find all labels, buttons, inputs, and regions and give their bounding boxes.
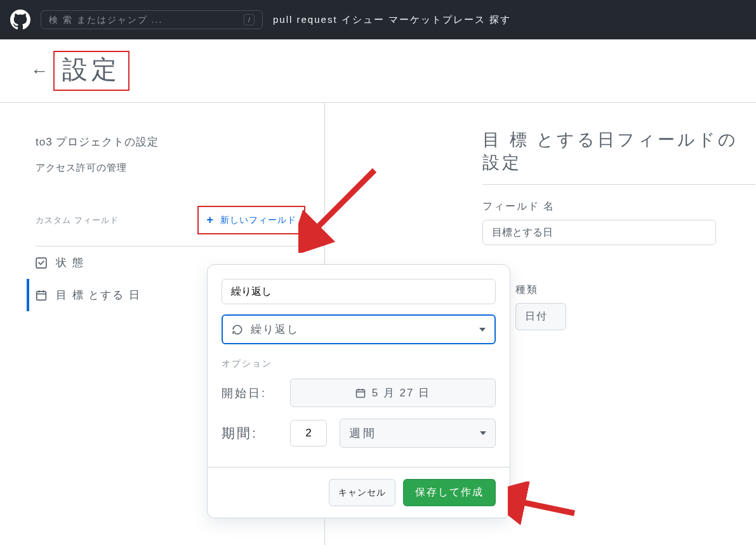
type-field[interactable]: 日付 — [515, 303, 566, 330]
field-target-date-label: 目 標 とする 日 — [56, 288, 141, 302]
save-button[interactable]: 保存して作成 — [403, 479, 496, 506]
duration-input[interactable] — [290, 420, 327, 447]
chevron-down-icon — [480, 431, 486, 435]
fieldname-input[interactable] — [482, 220, 716, 245]
plus-icon: + — [206, 213, 214, 227]
back-arrow-icon[interactable]: ← — [30, 61, 48, 81]
page-header: ← 設定 — [0, 39, 756, 103]
duration-unit-select[interactable]: 週間 — [340, 419, 496, 448]
duration-row: 期間: 週間 — [222, 419, 496, 448]
new-field-popover: 繰り返し オプション 開始日: 5 月 27 日 期間: 週間 キャンセル 保存… — [207, 264, 510, 518]
popover-footer: キャンセル 保存して作成 — [208, 467, 510, 518]
start-date-row: 開始日: 5 月 27 日 — [222, 379, 496, 407]
top-nav-links[interactable]: pull request イシュー マーケットプレース 探す — [273, 14, 511, 26]
type-value: 日付 — [525, 310, 548, 323]
start-date-button[interactable]: 5 月 27 日 — [290, 379, 496, 407]
panel-title: 目 標 とする日フィールドの設定 — [482, 128, 755, 185]
type-label: 種類 — [515, 283, 756, 297]
new-field-label: 新しいフィールド — [220, 215, 296, 226]
popover-type-select[interactable]: 繰り返し — [222, 314, 496, 344]
cancel-button[interactable]: キャンセル — [329, 479, 395, 506]
start-date-label: 開始日: — [222, 386, 277, 401]
calendar-icon — [355, 388, 366, 398]
fieldname-label: フィールド 名 — [482, 200, 756, 213]
new-field-button[interactable]: + 新しいフィールド — [197, 206, 305, 234]
svg-rect-1 — [37, 291, 46, 300]
github-logo-icon[interactable] — [10, 10, 30, 30]
custom-fields-label: カスタム フィールド — [36, 215, 119, 226]
popover-type-value: 繰り返し — [251, 322, 299, 337]
sidebar-item-project-settings[interactable]: to3 プロジェクトの設定 — [36, 128, 324, 156]
field-status-label: 状 態 — [56, 255, 84, 270]
search-input[interactable] — [49, 15, 244, 25]
iteration-icon — [232, 324, 243, 335]
slash-key-icon: / — [244, 14, 255, 25]
popover-name-input[interactable] — [222, 279, 496, 304]
custom-fields-header: カスタム フィールド + 新しいフィールド — [36, 206, 324, 246]
page-title: 設定 — [53, 51, 129, 91]
start-date-value: 5 月 27 日 — [372, 386, 431, 400]
search-box[interactable]: / — [41, 10, 263, 29]
calendar-icon — [36, 290, 47, 301]
svg-rect-2 — [356, 389, 364, 397]
top-nav: / pull request イシュー マーケットプレース 探す — [0, 0, 756, 39]
options-label: オプション — [222, 358, 496, 370]
single-select-icon — [36, 257, 47, 269]
duration-label: 期間: — [222, 424, 277, 442]
sidebar-item-access[interactable]: アクセス許可の管理 — [36, 156, 324, 180]
duration-unit-value: 週間 — [349, 426, 377, 441]
chevron-down-icon — [479, 328, 486, 332]
